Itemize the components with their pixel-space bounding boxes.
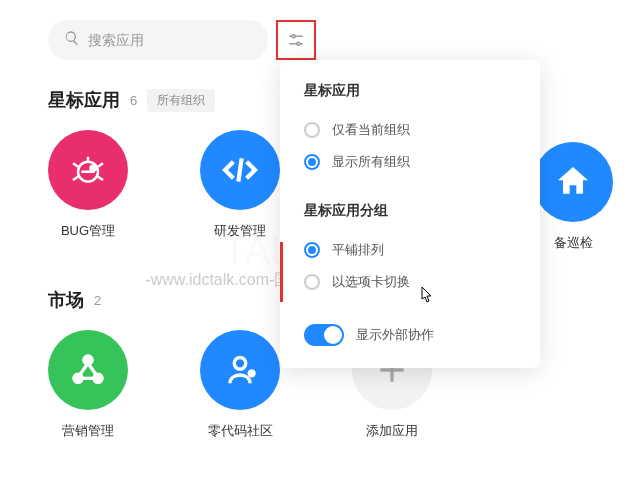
switch-label: 显示外部协作 (356, 326, 434, 344)
radio-all-orgs[interactable]: 显示所有组织 (304, 146, 516, 178)
svg-line-10 (80, 363, 88, 375)
radio-tab-switch[interactable]: 以选项卡切换 (304, 266, 516, 298)
svg-line-6 (238, 158, 241, 181)
app-label: 添加应用 (366, 422, 418, 440)
search-icon (64, 30, 80, 50)
filter-popover: 星标应用 仅看当前组织 显示所有组织 星标应用分组 平铺排列 以选项卡切换 显示… (280, 60, 540, 368)
app-marketing[interactable]: 营销管理 (48, 330, 128, 440)
network-icon (48, 330, 128, 410)
svg-line-11 (88, 363, 96, 375)
radio-current-org[interactable]: 仅看当前组织 (304, 114, 516, 146)
radio-label: 以选项卡切换 (332, 273, 410, 291)
highlight-box (276, 20, 316, 60)
radio-label: 平铺排列 (332, 241, 384, 259)
radio-tile-layout[interactable]: 平铺排列 (304, 234, 516, 266)
app-label: 零代码社区 (208, 422, 273, 440)
section-count-market: 2 (94, 293, 101, 308)
filter-settings-button[interactable] (276, 20, 316, 60)
app-zerocode[interactable]: 零代码社区 (200, 330, 280, 440)
community-icon (200, 330, 280, 410)
popover-section-title: 星标应用 (304, 82, 516, 100)
radio-on-icon (304, 242, 320, 258)
org-filter-tag[interactable]: 所有组织 (147, 89, 215, 112)
app-label: BUG管理 (61, 222, 115, 240)
svg-point-7 (84, 356, 92, 364)
radio-label: 仅看当前组织 (332, 121, 410, 139)
code-icon (200, 130, 280, 210)
radio-off-icon (304, 274, 320, 290)
radio-off-icon (304, 122, 320, 138)
svg-point-5 (91, 166, 96, 171)
popover-section-title: 星标应用分组 (304, 202, 516, 220)
app-bug[interactable]: BUG管理 (48, 130, 128, 240)
app-dev[interactable]: 研发管理 (200, 130, 280, 240)
external-collab-toggle[interactable] (304, 324, 344, 346)
bug-icon (48, 130, 128, 210)
app-label: 研发管理 (214, 222, 266, 240)
search-input[interactable] (88, 32, 263, 48)
search-input-container[interactable] (48, 20, 268, 60)
svg-point-14 (249, 371, 254, 376)
radio-label: 显示所有组织 (332, 153, 410, 171)
cursor-pointer-icon (416, 285, 436, 311)
section-title-starred: 星标应用 (48, 88, 120, 112)
svg-point-13 (234, 358, 246, 370)
section-title-market: 市场 (48, 288, 84, 312)
radio-on-icon (304, 154, 320, 170)
app-label: 营销管理 (62, 422, 114, 440)
section-count-starred: 6 (130, 93, 137, 108)
